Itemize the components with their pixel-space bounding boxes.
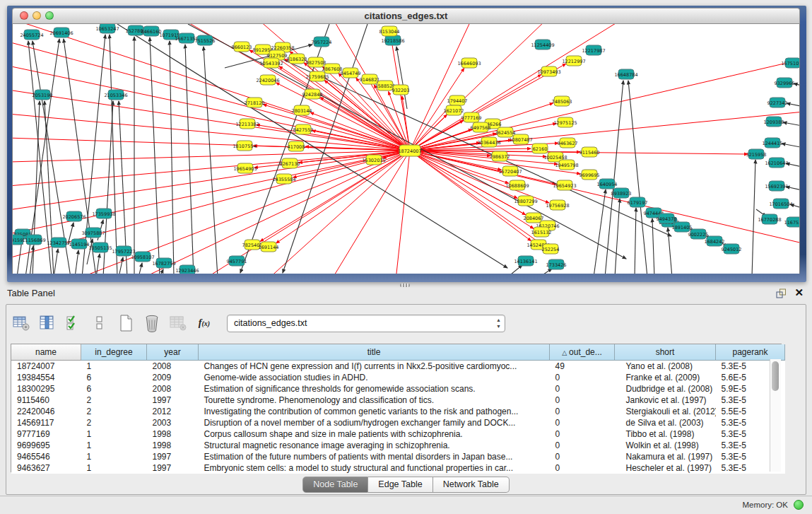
graph-node[interactable]: 8454749 bbox=[341, 68, 361, 78]
graph-node[interactable]: 17359938 bbox=[92, 209, 115, 218]
graph-node[interactable]: 8186328 bbox=[287, 54, 307, 64]
graph-node[interactable]: 16646093 bbox=[457, 58, 481, 68]
graph-node[interactable]: 7485063 bbox=[552, 96, 572, 106]
graph-node[interactable]: 252254 bbox=[542, 244, 560, 254]
table-row[interactable]: 946554611997Estimation of the future num… bbox=[11, 451, 785, 462]
graph-node[interactable]: 2053190 bbox=[33, 90, 53, 100]
graph-node[interactable]: 12217987 bbox=[582, 45, 605, 55]
graph-node[interactable]: 9242848 bbox=[302, 89, 323, 99]
function-builder-icon[interactable]: f(x) bbox=[195, 314, 213, 332]
graph-node[interactable]: 11254409 bbox=[531, 40, 554, 49]
graph-node[interactable]: 1615132 bbox=[531, 227, 552, 237]
graph-node[interactable]: 2867608 bbox=[322, 64, 343, 74]
graph-node[interactable]: 1684242 bbox=[705, 236, 725, 246]
table-row[interactable]: 2242004622012Investigating the contribut… bbox=[11, 406, 785, 417]
graph-node[interactable]: 10653247 bbox=[95, 24, 119, 33]
graph-node[interactable]: 9777169 bbox=[461, 112, 482, 122]
graph-node[interactable]: 8938923 bbox=[611, 188, 632, 198]
graph-node[interactable]: 15751074 bbox=[781, 58, 800, 68]
graph-node[interactable]: 1640954 bbox=[597, 179, 618, 189]
graph-node[interactable]: 9494378 bbox=[657, 214, 677, 223]
column-header-year[interactable]: year bbox=[147, 344, 199, 361]
scrollbar-thumb[interactable] bbox=[772, 361, 779, 391]
delete-column-trash-icon[interactable] bbox=[143, 314, 161, 332]
graph-node[interactable]: 8660123 bbox=[232, 42, 252, 52]
column-header-title[interactable]: title bbox=[199, 344, 550, 361]
graph-node[interactable]: 8466160 bbox=[141, 26, 162, 36]
graph-node[interactable]: 8427552 bbox=[293, 124, 314, 134]
graph-node[interactable]: 30975887 bbox=[81, 228, 105, 238]
graph-node[interactable]: 15720407 bbox=[498, 166, 522, 176]
graph-node[interactable]: 21053346 bbox=[104, 90, 127, 100]
float-panel-icon[interactable] bbox=[776, 288, 787, 298]
graph-node[interactable]: 8153044 bbox=[379, 26, 400, 36]
vertical-scrollbar[interactable] bbox=[770, 359, 781, 472]
column-header-name[interactable]: name bbox=[11, 344, 81, 361]
network-svg[interactable]: 2405572420691406106532471527802846616010… bbox=[13, 24, 800, 274]
tab-network-table[interactable]: Network Table bbox=[433, 477, 510, 493]
graph-node[interactable]: 19756928 bbox=[546, 200, 569, 210]
tab-node-table[interactable]: Node Table bbox=[302, 477, 368, 493]
new-column-icon[interactable] bbox=[117, 314, 135, 332]
graph-node[interactable]: 16770288 bbox=[758, 214, 781, 224]
graph-node[interactable]: 3215958 bbox=[746, 149, 767, 159]
graph-node[interactable]: 12923446 bbox=[175, 265, 199, 274]
table-mode-icon[interactable] bbox=[12, 314, 30, 332]
table-row[interactable]: 977716911998Corpus callosum shape and si… bbox=[11, 428, 785, 440]
graph-node[interactable]: 20364436 bbox=[477, 137, 500, 147]
graph-node[interactable]: 22420046 bbox=[256, 75, 279, 85]
graph-node[interactable]: 14136141 bbox=[514, 256, 537, 266]
graph-node[interactable]: 12342757 bbox=[47, 238, 70, 247]
column-visibility-icon[interactable] bbox=[38, 314, 57, 332]
graph-node[interactable]: 1209388 bbox=[764, 117, 784, 127]
graph-node[interactable]: 16648784 bbox=[614, 69, 637, 79]
graph-node[interactable]: 1794407 bbox=[447, 95, 468, 105]
graph-node[interactable]: 7515526 bbox=[195, 35, 216, 45]
graph-node[interactable]: 9457791 bbox=[227, 256, 247, 266]
graph-node[interactable]: 2803144 bbox=[292, 105, 312, 115]
graph-node[interactable]: 932203 bbox=[392, 85, 410, 95]
graph-node[interactable]: 9002225 bbox=[688, 229, 709, 239]
table-row[interactable]: 1938455462009Genome-wide association stu… bbox=[11, 372, 785, 383]
graph-node[interactable]: 9115460 bbox=[579, 147, 600, 157]
graph-node[interactable]: 19654903 bbox=[233, 163, 257, 173]
graph-node[interactable]: 17016504 bbox=[769, 199, 792, 209]
graph-node[interactable]: 6179197 bbox=[628, 197, 648, 207]
graph-node[interactable]: 20691406 bbox=[49, 28, 73, 37]
graph-node[interactable]: 18107554 bbox=[233, 141, 256, 151]
window-titlebar[interactable]: citations_edges.txt bbox=[12, 8, 800, 24]
column-header-short[interactable]: short bbox=[615, 344, 716, 361]
graph-node[interactable]: 7957224 bbox=[312, 37, 332, 47]
graph-node[interactable]: 1691144 bbox=[259, 242, 279, 252]
graph-node[interactable]: 20206576 bbox=[62, 211, 86, 221]
graph-node[interactable]: 8267130 bbox=[280, 158, 300, 168]
graph-node[interactable]: 1891405 bbox=[672, 222, 693, 232]
graph-node[interactable]: 1621072 bbox=[444, 105, 464, 115]
graph-node[interactable]: 1145194 bbox=[69, 239, 90, 249]
graph-node[interactable]: 6497568 bbox=[471, 122, 491, 132]
graph-node[interactable]: 9699695 bbox=[579, 170, 600, 180]
delete-table-disabled-icon[interactable] bbox=[169, 314, 187, 332]
graph-node[interactable]: 12975125 bbox=[553, 117, 577, 127]
graph-node[interactable]: 9227342 bbox=[767, 98, 788, 107]
graph-node[interactable]: 1167533 bbox=[784, 217, 800, 227]
graph-node[interactable]: 417008 bbox=[288, 141, 305, 151]
tab-edge-table[interactable]: Edge Table bbox=[368, 477, 433, 493]
graph-node[interactable]: 9329966 bbox=[775, 78, 795, 88]
graph-node[interactable]: 7986372 bbox=[490, 151, 510, 161]
table-row[interactable]: 946362711997Embryonic stem cells: a mode… bbox=[11, 462, 785, 474]
close-panel-icon[interactable]: ✕ bbox=[794, 287, 804, 298]
graph-node[interactable]: 1733426 bbox=[546, 259, 567, 269]
network-canvas[interactable]: 2405572420691406106532471527802846616010… bbox=[12, 24, 800, 274]
graph-node[interactable]: 15692391 bbox=[765, 181, 788, 191]
graph-node[interactable]: 16782759 bbox=[152, 258, 175, 268]
table-row[interactable]: 969969511998Structural magnetic resonanc… bbox=[11, 440, 785, 451]
graph-node-hub[interactable]: 18724007 bbox=[398, 145, 421, 156]
graph-node[interactable]: 19218586 bbox=[381, 35, 404, 45]
graph-node[interactable]: 16210643 bbox=[765, 158, 788, 168]
memory-status-indicator-icon[interactable] bbox=[794, 500, 804, 510]
table-row[interactable]: 1456911722003Disruption of a novel membe… bbox=[11, 417, 785, 428]
select-columns-icon[interactable] bbox=[64, 314, 83, 332]
graph-node[interactable]: 9463627 bbox=[558, 138, 578, 148]
graph-node[interactable]: 10688609 bbox=[505, 180, 529, 190]
